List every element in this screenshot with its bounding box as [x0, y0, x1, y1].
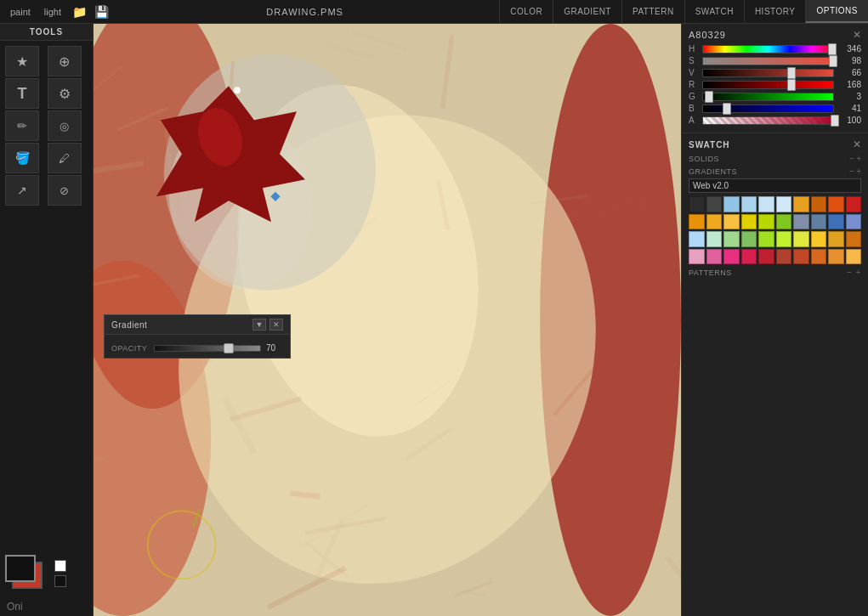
swatch-cell[interactable] [828, 249, 844, 265]
slider-track-h[interactable] [702, 45, 834, 54]
tool-bucket[interactable]: 🪣 [5, 143, 39, 173]
swatch-cell[interactable] [723, 214, 740, 230]
tool-settings[interactable]: ⚙ [48, 78, 82, 109]
swatch-cell[interactable] [689, 214, 705, 230]
tab-color[interactable]: COLOR [499, 0, 553, 23]
swatch-cell[interactable] [758, 196, 774, 212]
tool-pencil[interactable]: ✏ [5, 110, 39, 141]
swatch-gradients-plus[interactable]: + [856, 167, 861, 176]
swatch-cell[interactable] [706, 214, 723, 230]
swatch-cell[interactable] [846, 249, 862, 265]
tool-eyedropper[interactable]: ⊘ [48, 175, 82, 206]
swatch-cell[interactable] [741, 214, 757, 230]
menu-paint[interactable]: paint [10, 7, 31, 17]
tool-pen[interactable]: 🖊 [48, 143, 82, 173]
gradient-panel-controls: ▼ ✕ [252, 319, 283, 331]
swatch-cell[interactable] [758, 214, 774, 230]
tool-text[interactable]: T [5, 78, 39, 109]
swatch-cell[interactable] [706, 196, 723, 212]
swatch-cell[interactable] [689, 249, 705, 265]
slider-row-h: H 346 [689, 44, 861, 54]
default-colors[interactable] [54, 575, 66, 587]
swatch-cell[interactable] [741, 231, 757, 247]
tool-arrow[interactable]: ↗ [5, 175, 39, 206]
patterns-minus[interactable]: − [847, 268, 852, 277]
color-close-btn[interactable]: ✕ [853, 29, 861, 41]
color-box-fg[interactable] [5, 555, 36, 582]
swatch-cell[interactable] [793, 196, 809, 212]
slider-thumb-g[interactable] [705, 91, 713, 103]
slider-value-r: 168 [837, 80, 861, 89]
tool-transform[interactable]: ⊕ [48, 46, 82, 76]
swatch-cell[interactable] [793, 231, 809, 247]
swatch-solids-minus[interactable]: − [849, 154, 854, 163]
slider-thumb-h[interactable] [828, 43, 837, 55]
tab-swatch[interactable]: SWATCH [684, 0, 744, 23]
swatch-cell[interactable] [689, 196, 705, 212]
color-preview [0, 550, 93, 597]
swatch-cell[interactable] [828, 196, 844, 212]
swap-colors[interactable] [54, 560, 66, 572]
slider-track-g[interactable] [702, 93, 834, 101]
swatch-cell[interactable] [758, 249, 774, 265]
slider-value-b: 41 [837, 104, 861, 113]
swatch-cell[interactable] [811, 214, 827, 230]
swatch-close-btn[interactable]: ✕ [853, 138, 861, 150]
swatch-cell[interactable] [828, 231, 844, 247]
gradient-dropdown-btn[interactable]: ▼ [252, 319, 266, 331]
tab-pattern[interactable]: PATTERN [621, 0, 684, 23]
swatch-cell[interactable] [723, 231, 740, 247]
slider-thumb-b[interactable] [723, 103, 731, 115]
slider-thumb-v[interactable] [787, 67, 796, 79]
slider-track-b[interactable] [702, 105, 834, 113]
slider-track-a[interactable] [702, 116, 834, 125]
swatch-cell[interactable] [811, 196, 827, 212]
swatch-cell[interactable] [846, 214, 862, 230]
swatch-cell[interactable] [811, 249, 827, 265]
opacity-slider-track[interactable] [154, 345, 261, 352]
slider-thumb-a[interactable] [831, 115, 839, 127]
folder-icon[interactable]: 📁 [70, 4, 88, 20]
slider-row-a: A 100 [689, 116, 861, 125]
gradient-close-btn[interactable]: ✕ [269, 319, 283, 331]
swatch-cell[interactable] [723, 196, 740, 212]
swatch-dropdown[interactable]: Web v2.0 [689, 178, 861, 193]
swatch-solids-plus[interactable]: + [856, 154, 861, 163]
swatch-cell[interactable] [706, 231, 723, 247]
swatch-cell[interactable] [811, 231, 827, 247]
slider-thumb-s[interactable] [829, 55, 837, 67]
swatch-cell[interactable] [741, 249, 757, 265]
swatch-cell[interactable] [723, 249, 740, 265]
swatch-cell[interactable] [758, 231, 774, 247]
menu-light[interactable]: light [44, 7, 61, 17]
swatch-gradients-minus[interactable]: − [849, 167, 854, 176]
swatch-solids-label: SOLIDS [689, 155, 719, 163]
swatch-cell[interactable] [706, 249, 723, 265]
swatch-cell[interactable] [828, 214, 844, 230]
tab-gradient[interactable]: GRADIENT [553, 0, 621, 23]
slider-thumb-r[interactable] [787, 79, 796, 91]
slider-track-r[interactable] [702, 81, 834, 89]
slider-label-s: S [689, 56, 699, 65]
swatch-cell[interactable] [741, 196, 757, 212]
patterns-plus[interactable]: + [856, 268, 861, 277]
slider-label-g: G [689, 92, 699, 101]
cloud-icon[interactable]: 💾 [92, 4, 111, 20]
swatch-cell[interactable] [846, 231, 862, 247]
tab-history[interactable]: HISTORY [744, 0, 806, 23]
swatch-cell[interactable] [776, 196, 792, 212]
tool-star[interactable]: ★ [5, 46, 39, 76]
opacity-slider-thumb[interactable] [224, 343, 234, 353]
slider-track-v[interactable] [702, 69, 834, 77]
slider-track-s[interactable] [702, 57, 834, 65]
swatch-cell[interactable] [776, 249, 792, 265]
swatch-cell[interactable] [793, 249, 809, 265]
swatch-cell[interactable] [776, 231, 792, 247]
swatch-cell[interactable] [846, 196, 862, 212]
tool-circle[interactable]: ◎ [48, 110, 82, 141]
canvas-area[interactable]: Gradient ▼ ✕ OPACITY 70 [94, 24, 681, 616]
swatch-cell[interactable] [689, 231, 705, 247]
swatch-cell[interactable] [776, 214, 792, 230]
tab-options[interactable]: OPTIONS [805, 0, 868, 23]
swatch-cell[interactable] [793, 214, 809, 230]
